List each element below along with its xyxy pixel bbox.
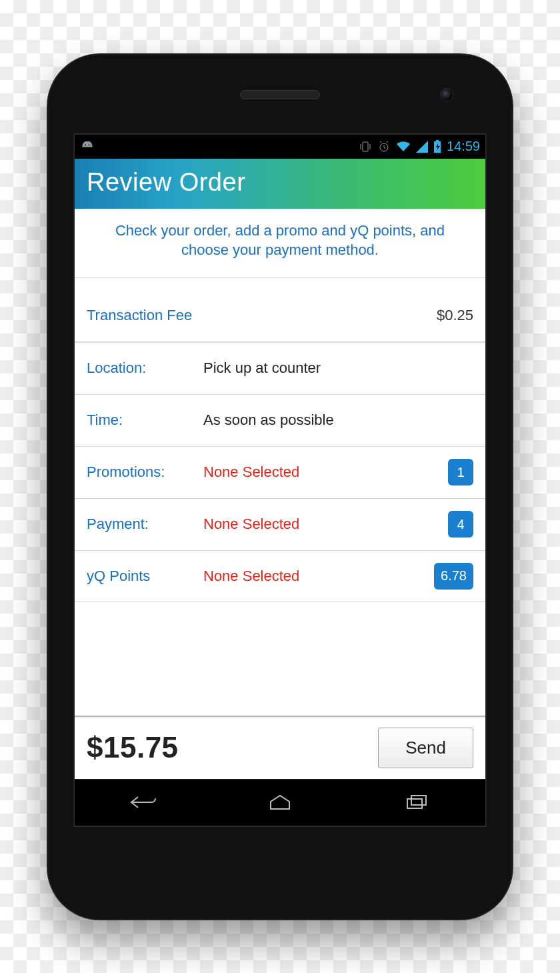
row-promotions[interactable]: Promotions: None Selected 1 (75, 446, 485, 498)
recents-button[interactable] (393, 789, 440, 816)
svg-rect-6 (407, 799, 422, 808)
app-body: Check your order, add a promo and yQ poi… (75, 209, 485, 779)
location-value: Pick up at counter (203, 359, 473, 377)
svg-point-1 (89, 144, 90, 145)
home-button[interactable] (257, 789, 303, 816)
promotions-badge[interactable]: 1 (448, 459, 473, 485)
back-button[interactable] (120, 789, 167, 816)
payment-badge[interactable]: 4 (448, 511, 473, 538)
payment-label: Payment: (87, 516, 203, 533)
phone-frame: 14:59 Review Order Check your order, add… (47, 53, 513, 920)
svg-point-0 (85, 144, 86, 145)
wifi-icon (396, 141, 411, 153)
points-label: yQ Points (87, 568, 203, 585)
time-value: As soon as possible (203, 411, 473, 429)
alarm-icon (377, 140, 391, 153)
title-bar: Review Order (75, 159, 485, 209)
row-time[interactable]: Time: As soon as possible (75, 394, 485, 446)
vibrate-icon (359, 140, 372, 153)
svg-rect-5 (436, 140, 439, 141)
android-icon (80, 141, 95, 152)
page-title: Review Order (87, 168, 473, 197)
system-nav-bar (75, 779, 485, 826)
payment-value: None Selected (203, 516, 448, 533)
points-value: None Selected (203, 568, 434, 585)
time-label: Time: (87, 411, 203, 429)
promotions-value: None Selected (203, 463, 448, 481)
phone-camera (440, 88, 453, 101)
svg-rect-7 (411, 796, 426, 805)
screen: 14:59 Review Order Check your order, add… (73, 133, 487, 827)
instructions-text: Check your order, add a promo and yQ poi… (75, 209, 485, 278)
points-badge[interactable]: 6.78 (434, 563, 473, 590)
fee-value: $0.25 (437, 307, 473, 324)
phone-speaker (240, 90, 320, 99)
status-time: 14:59 (447, 139, 480, 154)
location-label: Location: (87, 359, 203, 377)
order-total: $15.75 (87, 731, 179, 764)
send-button[interactable]: Send (378, 728, 473, 768)
row-transaction-fee: Transaction Fee $0.25 (75, 290, 485, 342)
row-location[interactable]: Location: Pick up at counter (75, 342, 485, 394)
svg-rect-2 (363, 142, 368, 151)
row-payment[interactable]: Payment: None Selected 4 (75, 498, 485, 550)
fee-label: Transaction Fee (87, 307, 437, 324)
battery-charging-icon (433, 140, 441, 153)
row-yq-points[interactable]: yQ Points None Selected 6.78 (75, 550, 485, 602)
status-bar: 14:59 (75, 135, 485, 159)
footer-bar: $15.75 Send (75, 716, 485, 779)
signal-icon (416, 141, 428, 153)
promotions-label: Promotions: (87, 463, 203, 481)
